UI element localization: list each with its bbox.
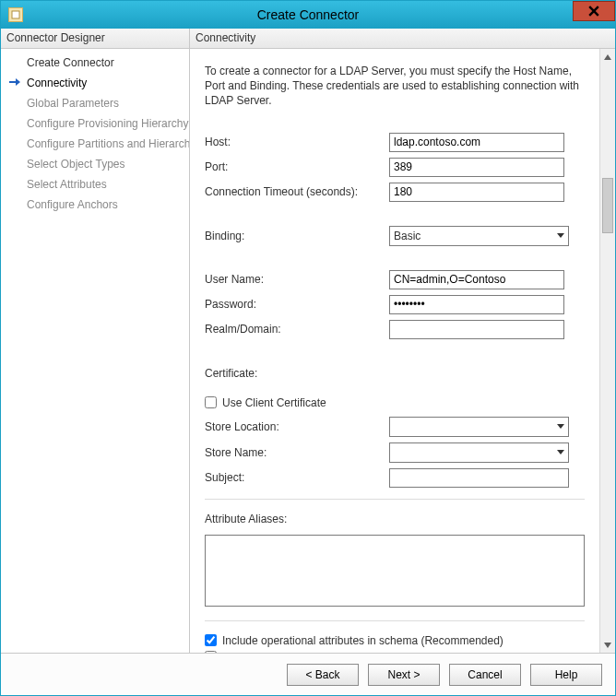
next-button[interactable]: Next > — [368, 664, 440, 686]
nav-label: Configure Partitions and Hierarchies — [27, 137, 190, 150]
password-label: Password: — [205, 298, 389, 311]
include-operational-checkbox[interactable] — [205, 634, 217, 646]
nav-select-attributes[interactable]: Select Attributes — [3, 174, 187, 195]
scroll-up-button[interactable] — [600, 49, 615, 65]
sidebar-title: Connector Designer — [1, 29, 190, 48]
include-operational-label: Include operational attributes in schema… — [222, 634, 503, 647]
store-name-select[interactable] — [389, 442, 569, 463]
realm-label: Realm/Domain: — [205, 323, 389, 336]
store-location-label: Store Location: — [205, 420, 389, 433]
window-title: Create Connector — [1, 7, 615, 22]
nav-label: Connectivity — [27, 77, 87, 89]
binding-select[interactable]: Basic — [389, 226, 569, 246]
chevron-down-icon — [604, 643, 611, 648]
certificate-label: Certificate: — [205, 367, 585, 380]
subject-label: Subject: — [205, 471, 389, 484]
help-button[interactable]: Help — [530, 664, 602, 686]
cancel-button[interactable]: Cancel — [449, 664, 521, 686]
titlebar: Create Connector — [1, 1, 615, 29]
divider — [205, 499, 585, 500]
panel-header: Connector Designer Connectivity — [1, 29, 615, 49]
host-label: Host: — [205, 136, 389, 148]
binding-value: Basic — [394, 230, 421, 242]
chevron-up-icon — [604, 54, 611, 60]
aliases-label: Attribute Aliases: — [205, 513, 585, 525]
nav-label: Select Object Types — [27, 158, 125, 171]
close-button[interactable] — [573, 1, 615, 21]
nav-configure-anchors[interactable]: Configure Anchors — [3, 195, 187, 215]
content-title: Connectivity — [190, 29, 615, 48]
svg-rect-0 — [12, 11, 19, 18]
svg-marker-5 — [604, 54, 611, 60]
aliases-textarea[interactable] — [205, 535, 585, 607]
include-extensible-label: Include extensible attributes in schema — [222, 651, 413, 653]
current-arrow-icon — [8, 76, 21, 92]
scroll-thumb[interactable] — [602, 178, 613, 233]
nav-label: Global Parameters — [27, 97, 119, 110]
close-icon — [588, 6, 599, 17]
username-input[interactable] — [389, 270, 564, 289]
content: To create a connector for a LDAP Server,… — [190, 49, 599, 653]
intro-text: To create a connector for a LDAP Server,… — [205, 64, 585, 109]
nav-create-connector[interactable]: Create Connector — [3, 53, 187, 73]
scroll-down-button[interactable] — [600, 637, 615, 653]
subject-input[interactable] — [389, 468, 569, 488]
nav-label: Configure Anchors — [27, 198, 118, 211]
nav-configure-partitions[interactable]: Configure Partitions and Hierarchies — [3, 134, 187, 154]
nav-connectivity[interactable]: Connectivity — [3, 73, 187, 93]
nav-label: Configure Provisioning Hierarchy — [27, 117, 188, 130]
use-client-cert-checkbox[interactable] — [205, 396, 217, 408]
nav-global-parameters[interactable]: Global Parameters — [3, 93, 187, 113]
footer: < Back Next > Cancel Help — [1, 653, 615, 695]
nav-label: Select Attributes — [27, 178, 107, 191]
timeout-input[interactable] — [389, 183, 564, 202]
nav-configure-provisioning-hierarchy[interactable]: Configure Provisioning Hierarchy — [3, 113, 187, 134]
include-extensible-checkbox[interactable] — [205, 651, 217, 653]
app-icon — [8, 7, 23, 22]
back-button[interactable]: < Back — [287, 664, 359, 686]
scrollbar[interactable] — [599, 49, 615, 653]
username-label: User Name: — [205, 273, 389, 286]
svg-marker-4 — [16, 78, 20, 86]
port-label: Port: — [205, 160, 389, 173]
svg-marker-6 — [604, 643, 611, 648]
body: Create Connector Connectivity Global Par… — [1, 49, 615, 653]
store-name-label: Store Name: — [205, 446, 389, 459]
password-input[interactable] — [389, 295, 564, 314]
content-wrap: To create a connector for a LDAP Server,… — [190, 49, 615, 653]
nav-label: Create Connector — [27, 56, 114, 69]
host-input[interactable] — [389, 133, 564, 152]
window-frame: Create Connector Connector Designer Conn… — [0, 0, 616, 696]
divider-2 — [205, 620, 585, 621]
realm-input[interactable] — [389, 320, 564, 339]
nav-select-object-types[interactable]: Select Object Types — [3, 154, 187, 174]
use-client-cert-label: Use Client Certificate — [222, 396, 326, 409]
binding-label: Binding: — [205, 230, 389, 242]
timeout-label: Connection Timeout (seconds): — [205, 185, 389, 198]
store-location-select[interactable] — [389, 417, 569, 437]
sidebar: Create Connector Connectivity Global Par… — [1, 49, 190, 653]
port-input[interactable] — [389, 158, 564, 177]
